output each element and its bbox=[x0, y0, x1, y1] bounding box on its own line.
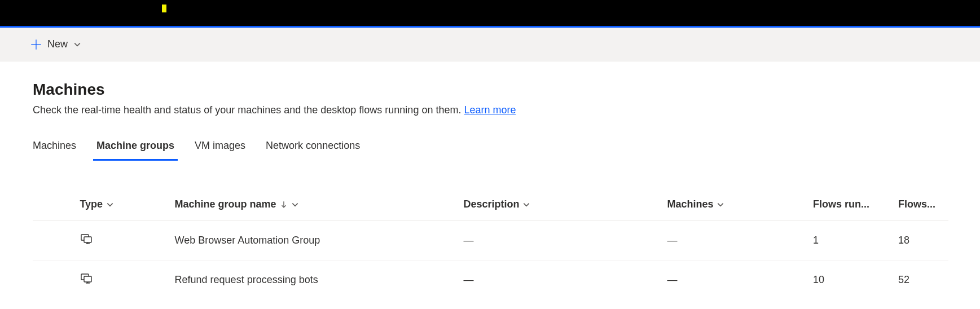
command-bar: New bbox=[0, 28, 980, 61]
chevron-down-icon bbox=[73, 41, 81, 48]
cell-description: — bbox=[459, 221, 662, 261]
new-button-label: New bbox=[47, 38, 68, 50]
cell-flows-queued: 18 bbox=[894, 221, 948, 261]
table-row[interactable]: Refund request processing bots — — 10 52 bbox=[33, 261, 948, 300]
col-header-flows-queued-label: Flows... bbox=[898, 198, 935, 210]
col-header-description-label: Description bbox=[463, 198, 519, 210]
chevron-down-icon bbox=[291, 201, 299, 209]
col-header-flows-queued[interactable]: Flows... bbox=[894, 192, 948, 221]
svg-rect-8 bbox=[84, 276, 91, 282]
table-header-row: Type Machine group name Descrip bbox=[33, 192, 948, 221]
tab-machine-groups[interactable]: Machine groups bbox=[96, 140, 174, 160]
learn-more-link[interactable]: Learn more bbox=[464, 104, 516, 116]
table-wrap: Type Machine group name Descrip bbox=[33, 192, 948, 299]
col-header-pad bbox=[33, 192, 75, 221]
cell-flows-queued: 52 bbox=[894, 261, 948, 300]
col-header-name-label: Machine group name bbox=[175, 198, 276, 210]
plus-icon bbox=[30, 39, 42, 50]
tab-bar: Machines Machine groups VM images Networ… bbox=[33, 140, 948, 160]
machine-group-icon bbox=[80, 232, 93, 246]
page-content: Machines Check the real-time health and … bbox=[0, 61, 980, 299]
cell-machines: — bbox=[662, 261, 808, 300]
col-header-machines[interactable]: Machines bbox=[662, 192, 808, 221]
col-header-description[interactable]: Description bbox=[459, 192, 662, 221]
cell-name[interactable]: Refund request processing bots bbox=[170, 261, 459, 300]
col-header-type-label: Type bbox=[80, 198, 103, 210]
cell-description: — bbox=[459, 261, 662, 300]
machine-group-icon bbox=[80, 272, 93, 285]
new-button[interactable]: New bbox=[30, 38, 81, 50]
cell-name[interactable]: Web Browser Automation Group bbox=[170, 221, 459, 261]
subtitle-text: Check the real-time health and status of… bbox=[33, 104, 464, 116]
table-row[interactable]: Web Browser Automation Group — — 1 18 bbox=[33, 221, 948, 261]
page-title: Machines bbox=[33, 81, 948, 99]
top-black-bar bbox=[0, 0, 980, 26]
col-header-type[interactable]: Type bbox=[75, 192, 170, 221]
chevron-down-icon bbox=[717, 201, 724, 209]
cell-flows-run: 10 bbox=[808, 261, 894, 300]
tab-machines[interactable]: Machines bbox=[33, 140, 76, 160]
col-header-flows-run[interactable]: Flows run... bbox=[808, 192, 894, 221]
tab-network-connections[interactable]: Network connections bbox=[266, 140, 360, 160]
chevron-down-icon bbox=[106, 201, 114, 209]
cell-type bbox=[75, 261, 170, 300]
tab-vm-images[interactable]: VM images bbox=[195, 140, 245, 160]
arrow-down-icon bbox=[280, 201, 288, 209]
col-header-flows-run-label: Flows run... bbox=[813, 198, 869, 210]
chevron-down-icon bbox=[522, 201, 530, 209]
svg-rect-4 bbox=[84, 237, 91, 242]
yellow-marker bbox=[162, 5, 166, 12]
col-header-machines-label: Machines bbox=[667, 198, 713, 210]
cell-machines: — bbox=[662, 221, 808, 261]
machine-groups-table: Type Machine group name Descrip bbox=[33, 192, 948, 299]
page-subtitle: Check the real-time health and status of… bbox=[33, 104, 948, 116]
cell-flows-run: 1 bbox=[808, 221, 894, 261]
cell-type bbox=[75, 221, 170, 261]
col-header-name[interactable]: Machine group name bbox=[170, 192, 459, 221]
